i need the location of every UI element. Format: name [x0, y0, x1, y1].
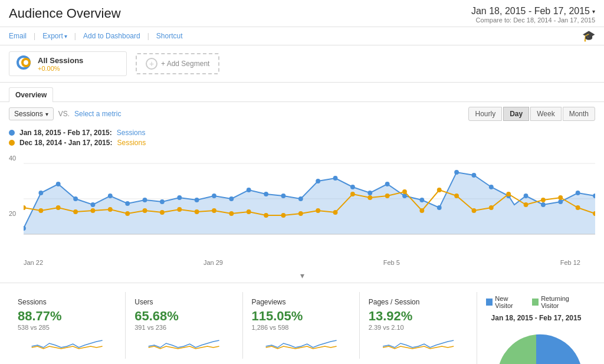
svg-point-39	[38, 208, 43, 213]
svg-marker-3	[24, 172, 595, 234]
email-link[interactable]: Email	[9, 32, 27, 40]
legend-dot-1	[9, 130, 15, 136]
legend-label-2: Sessions	[117, 139, 146, 147]
x-label-jan22: Jan 22	[24, 259, 43, 266]
legend-date-2: Dec 18, 2014 - Jan 17, 2015:	[19, 139, 112, 147]
svg-point-25	[385, 182, 390, 186]
segment-pct: +0.00%	[38, 65, 83, 72]
legend-date-1: Jan 18, 2015 - Feb 17, 2015:	[19, 129, 112, 137]
shortcut-link[interactable]: Shortcut	[156, 32, 183, 40]
toolbar-sep1: |	[34, 32, 35, 40]
svg-point-24	[367, 191, 372, 195]
legend-label-1: Sessions	[117, 129, 146, 137]
svg-point-8	[91, 202, 96, 207]
week-button[interactable]: Week	[530, 107, 561, 121]
svg-point-48	[195, 209, 199, 214]
metric-dropdown[interactable]: Sessions ▾	[9, 107, 54, 120]
svg-point-59	[385, 194, 390, 198]
grad-cap-icon[interactable]: 🎓	[582, 29, 595, 42]
day-button[interactable]: Day	[503, 107, 529, 121]
svg-point-55	[316, 208, 320, 213]
svg-point-63	[454, 194, 459, 198]
svg-point-61	[419, 208, 424, 213]
month-button[interactable]: Month	[563, 107, 595, 121]
svg-point-18	[264, 192, 268, 196]
segment-name: All Sessions	[38, 56, 83, 65]
svg-point-27	[419, 198, 424, 202]
metric-users: Users 65.68% 391 vs 236	[126, 292, 242, 359]
svg-point-35	[558, 199, 563, 204]
svg-point-12	[160, 199, 165, 204]
svg-point-36	[576, 191, 580, 195]
svg-point-9	[108, 194, 113, 198]
add-segment-circle-icon: +	[146, 58, 157, 70]
metric-pages-session: Pages / Session 13.92% 2.39 vs 2.10	[360, 292, 477, 359]
svg-point-21	[316, 179, 320, 183]
svg-point-5	[38, 191, 43, 195]
all-sessions-segment[interactable]: All Sessions +0.00%	[9, 51, 127, 76]
svg-point-69	[558, 195, 563, 200]
add-segment-label: + Add Segment	[161, 60, 209, 68]
svg-point-28	[437, 205, 442, 210]
svg-point-51	[247, 209, 251, 214]
svg-point-10	[125, 201, 130, 206]
svg-point-22	[333, 176, 338, 181]
metric-label: Sessions	[14, 110, 43, 118]
metric-pageviews: Pageviews 115.05% 1,286 vs 598	[243, 292, 360, 359]
add-segment-button[interactable]: + + Add Segment	[136, 53, 219, 74]
svg-point-62	[437, 188, 442, 192]
metric-users-chart	[134, 335, 233, 351]
add-dashboard-link[interactable]: Add to Dashboard	[83, 32, 140, 40]
svg-point-13	[177, 195, 182, 200]
pie-chart-section: New Visitor Returning Visitor Jan 18, 20…	[477, 292, 595, 364]
svg-point-23	[350, 185, 355, 189]
metric-pages-session-value: 13.92%	[369, 309, 468, 324]
svg-point-54	[298, 211, 303, 216]
metric-sessions: Sessions 88.77% 538 vs 285	[9, 292, 126, 359]
svg-point-34	[541, 202, 546, 207]
svg-point-46	[160, 210, 165, 215]
metric-pageviews-value: 115.05%	[252, 309, 350, 324]
pie-chart-date: Jan 18, 2015 - Feb 17, 2015	[486, 314, 586, 322]
toolbar-sep3: |	[147, 32, 149, 40]
svg-point-31	[489, 185, 494, 189]
compare-range: Dec 18, 2014 - Jan 17, 2015	[513, 17, 595, 24]
pie-legend-returning-label: Returning Visitor	[541, 295, 586, 309]
export-chevron[interactable]: ▾	[64, 33, 67, 40]
svg-point-16	[229, 196, 234, 201]
metric-users-sub: 391 vs 236	[134, 324, 233, 331]
svg-point-70	[576, 205, 580, 210]
legend-dot-2	[9, 140, 15, 146]
main-chart: 40 20	[0, 152, 604, 258]
metric-pageviews-sub: 1,286 vs 598	[252, 324, 350, 331]
metric-pages-session-sub: 2.39 vs 2.10	[369, 324, 468, 331]
metric-pages-chart	[369, 335, 468, 351]
page-title: Audience Overview	[9, 6, 121, 21]
svg-point-64	[472, 208, 477, 213]
overview-tab[interactable]: Overview	[9, 87, 53, 102]
svg-point-42	[91, 208, 96, 213]
hourly-button[interactable]: Hourly	[468, 107, 502, 121]
svg-point-11	[143, 198, 147, 202]
svg-point-52	[264, 213, 268, 218]
pie-legend-new-box	[486, 299, 493, 306]
export-link[interactable]: Export	[42, 32, 63, 40]
toolbar-sep2: |	[74, 32, 76, 40]
metric-pages-session-label: Pages / Session	[369, 298, 468, 306]
x-label-jan29: Jan 29	[203, 259, 223, 266]
scroll-down-icon[interactable]: ▾	[0, 268, 604, 283]
svg-point-19	[281, 194, 286, 198]
metric-dropdown-arrow: ▾	[45, 111, 48, 117]
x-label-feb12: Feb 12	[560, 259, 580, 266]
pie-legend-returning-box	[532, 299, 539, 306]
svg-point-41	[73, 209, 78, 214]
date-range-chevron[interactable]: ▾	[592, 8, 595, 15]
svg-point-40	[56, 205, 61, 210]
svg-point-20	[298, 196, 303, 201]
select-metric-link[interactable]: Select a metric	[74, 110, 121, 118]
svg-point-7	[73, 196, 78, 201]
svg-point-53	[281, 213, 286, 218]
svg-point-68	[541, 198, 546, 202]
svg-point-58	[367, 195, 372, 200]
metric-sessions-chart	[18, 335, 116, 351]
